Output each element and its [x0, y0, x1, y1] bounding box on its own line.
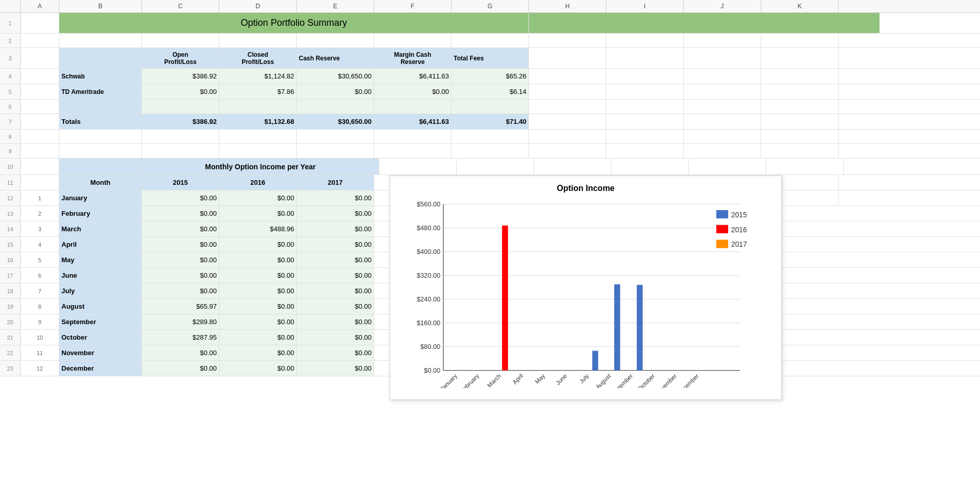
cell-schwab-closedpl: $1,124.82 [219, 69, 297, 84]
cell-6c [142, 100, 219, 114]
row-num-10: 10 [0, 158, 21, 174]
row-num-12: 12 [0, 190, 21, 205]
cell-3k [761, 48, 839, 68]
cell-17a: 6 [21, 268, 59, 283]
svg-text:August: August [595, 372, 612, 388]
cell-10k [766, 158, 844, 174]
cell-11a [21, 175, 59, 190]
cell-10j [689, 158, 766, 174]
header-cash-reserve: Cash Reserve [297, 48, 374, 68]
svg-text:February: February [459, 373, 480, 388]
legend-2015-label: 2015 [731, 211, 747, 219]
col-header-i: I [606, 0, 684, 12]
col-header-g: G [452, 0, 529, 12]
cell-5j [684, 84, 761, 99]
row-1: 1 Option Portfolio Summary [0, 13, 980, 34]
cell-8j [684, 130, 761, 144]
row-num-5: 5 [0, 84, 21, 99]
svg-text:$400.00: $400.00 [417, 248, 441, 256]
row-num-11: 11 [0, 175, 21, 190]
cell-nov-2015: $0.00 [142, 345, 219, 360]
col-header-j: J [684, 0, 761, 12]
row-3: 3 OpenProfit/Loss ClosedProfit/Loss Cash… [0, 48, 980, 69]
svg-text:$480.00: $480.00 [417, 225, 441, 232]
row-num-6: 6 [0, 100, 21, 114]
cell-feb-2017: $0.00 [297, 206, 374, 221]
cell-5k [761, 84, 839, 99]
cell-schwab-cash: $30,650.00 [297, 69, 374, 84]
svg-text:$0.00: $0.00 [424, 367, 441, 374]
cell-4i [606, 69, 684, 84]
cell-2c [142, 34, 219, 47]
cell-23a: 12 [21, 361, 59, 376]
cell-3h [529, 48, 606, 68]
cell-3i [606, 48, 684, 68]
cell-totals-margin: $6,411.63 [374, 114, 452, 129]
cell-jun-2017: $0.00 [297, 268, 374, 283]
row-num-7: 7 [0, 114, 21, 129]
cell-14a: 3 [21, 221, 59, 236]
row-num-15: 15 [0, 237, 21, 252]
cell-apr-2016: $0.00 [219, 237, 297, 252]
cell-totals-closedpl: $1,132.68 [219, 114, 297, 129]
cell-6j [684, 100, 761, 114]
cell-8f [374, 130, 452, 144]
chart-area: $560.00 $480.00 $400.00 $320.00 $240.00 … [398, 198, 774, 388]
cell-9h [529, 144, 606, 158]
cell-6i [606, 100, 684, 114]
cell-sep-2017: $0.00 [297, 314, 374, 329]
header-closed-pl: ClosedProfit/Loss [219, 48, 297, 68]
col-header-h: H [529, 0, 606, 12]
cell-8c [142, 130, 219, 144]
svg-text:December: December [676, 373, 700, 388]
row-num-9: 9 [0, 144, 21, 158]
cell-9i [606, 144, 684, 158]
cell-6d [219, 100, 297, 114]
cell-feb-label: February [59, 206, 142, 221]
cell-td-label: TD Ameritrade [59, 84, 142, 99]
svg-text:$560.00: $560.00 [417, 201, 441, 208]
row-num-14: 14 [0, 221, 21, 236]
cell-7i [606, 114, 684, 129]
cell-19a: 8 [21, 299, 59, 314]
cell-jun-2016: $0.00 [219, 268, 297, 283]
cell-aug-2017: $0.00 [297, 299, 374, 314]
cell-22a: 11 [21, 345, 59, 360]
row-num-21: 21 [0, 330, 21, 345]
cell-nov-2016: $0.00 [219, 345, 297, 360]
svg-text:$320.00: $320.00 [417, 272, 441, 279]
cell-13a: 2 [21, 206, 59, 221]
cell-month-header: Month [59, 175, 142, 190]
row-4: 4 Schwab $386.92 $1,124.82 $30,650.00 $6… [0, 69, 980, 84]
cell-8b [59, 130, 142, 144]
cell-jul-2017: $0.00 [297, 283, 374, 298]
cell-6k [761, 100, 839, 114]
cell-jan-2016: $0.00 [219, 190, 297, 205]
monthly-table-title: Monthly Option Income per Year [142, 158, 379, 174]
cell-schwab-label: Schwab [59, 69, 142, 84]
cell-feb-2016: $0.00 [219, 206, 297, 221]
cell-6f [374, 100, 452, 114]
cell-dec-2015: $0.00 [142, 361, 219, 376]
cell-apr-2017: $0.00 [297, 237, 374, 252]
header-total-fees: Total Fees [452, 48, 529, 68]
row-5: 5 TD Ameritrade $0.00 $7.86 $0.00 $0.00 … [0, 84, 980, 100]
cell-jan-label: January [59, 190, 142, 205]
row-num-22: 22 [0, 345, 21, 360]
svg-text:May: May [534, 373, 546, 385]
cell-15a: 4 [21, 237, 59, 252]
svg-text:September: September [609, 373, 634, 388]
row-num-8: 8 [0, 130, 21, 144]
row-num-13: 13 [0, 206, 21, 221]
spreadsheet-container: A B C D E F G H I J K 1 Option Portfolio… [0, 0, 980, 494]
cell-4j [684, 69, 761, 84]
cell-2a [21, 34, 59, 47]
cell-9f [374, 144, 452, 158]
row-num-1: 1 [0, 13, 21, 33]
svg-text:July: July [578, 373, 590, 385]
cell-6e [297, 100, 374, 114]
row-num-18: 18 [0, 283, 21, 298]
option-income-chart: Option Income $560.00 [390, 176, 782, 400]
chart-title: Option Income [398, 184, 774, 193]
col-header-d: D [219, 0, 297, 12]
